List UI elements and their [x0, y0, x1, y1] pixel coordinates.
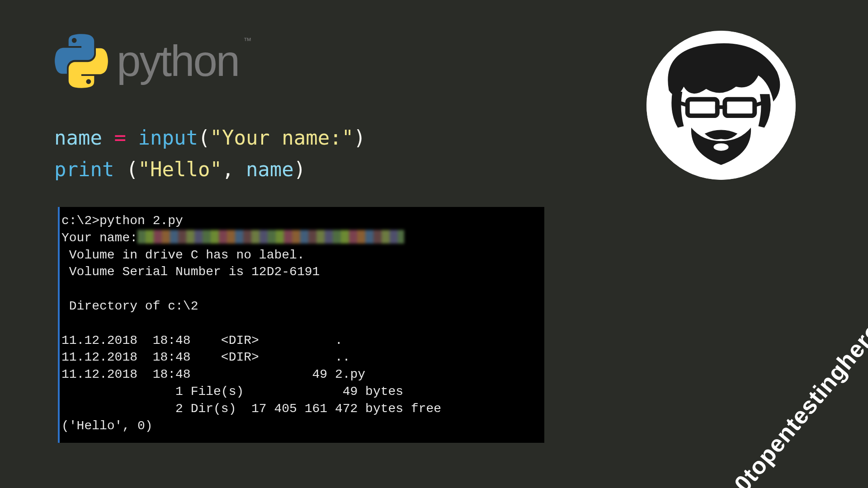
terminal-line: 2 Dir(s) 17 405 161 472 bytes free — [61, 400, 542, 418]
terminal-line: c:\2>python 2.py — [61, 212, 542, 230]
terminal-line: 11.12.2018 18:48 <DIR> .. — [61, 349, 542, 366]
code-paren: ) — [354, 126, 366, 149]
terminal-line: Volume Serial Number is 12D2-6191 — [61, 263, 542, 281]
trademark: ™ — [243, 36, 251, 46]
code-fn: input — [138, 126, 198, 149]
terminal-window: c:\2>python 2.py Your name: Volume in dr… — [58, 207, 544, 443]
code-string: "Hello" — [138, 158, 222, 181]
code-paren: ) — [294, 158, 306, 181]
terminal-line: 11.12.2018 18:48 <DIR> . — [61, 332, 542, 349]
terminal-line: Directory of c:\2 — [61, 298, 542, 315]
avatar-icon — [646, 31, 796, 180]
python-icon — [54, 34, 108, 88]
hashtag-text: #from0topentestinghero — [685, 317, 868, 488]
terminal-line: Your name: — [61, 230, 542, 247]
code-var: name — [54, 126, 102, 149]
code-snippet: name = input("Your name:") print ("Hello… — [54, 122, 366, 186]
code-paren: ( — [126, 158, 138, 181]
python-logo-text: python — [117, 36, 239, 86]
python-logo: python™ — [54, 34, 255, 88]
terminal-line: 11.12.2018 18:48 49 2.py — [61, 366, 542, 383]
code-comma: , — [222, 158, 246, 181]
terminal-line: ('Hello', 0) — [61, 418, 542, 435]
terminal-input-label: Your name: — [61, 231, 137, 245]
terminal-line — [61, 281, 542, 298]
terminal-line: Volume in drive C has no label. — [61, 247, 542, 264]
code-op: = — [102, 126, 138, 149]
code-string: "Your name:" — [210, 126, 354, 149]
terminal-line — [61, 315, 542, 332]
code-fn: print — [54, 158, 126, 181]
terminal-line: 1 File(s) 49 bytes — [61, 383, 542, 400]
code-var: name — [246, 158, 294, 181]
svg-point-4 — [714, 143, 729, 151]
censored-input — [137, 230, 404, 244]
code-paren: ( — [198, 126, 210, 149]
avatar-logo — [646, 31, 796, 180]
